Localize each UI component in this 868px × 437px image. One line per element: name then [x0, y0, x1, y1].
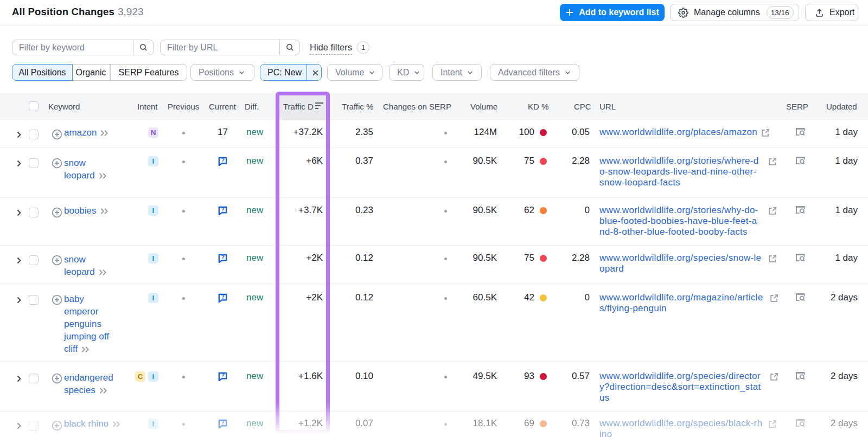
svg-text:?: ?: [221, 254, 225, 260]
svg-text:?: ?: [221, 420, 225, 426]
svg-text:?: ?: [221, 372, 225, 378]
svg-text:?: ?: [221, 294, 225, 300]
svg-text:?: ?: [221, 207, 225, 213]
svg-text:?: ?: [221, 157, 225, 163]
